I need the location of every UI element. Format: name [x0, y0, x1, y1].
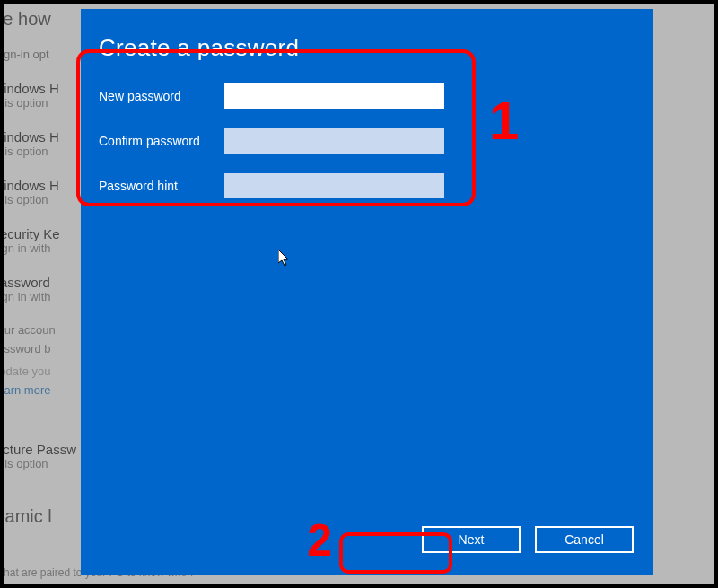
confirm-password-input[interactable] — [224, 128, 444, 154]
dialog-title: Create a password — [99, 34, 635, 62]
text-cursor-icon — [311, 81, 311, 97]
password-hint-label: Password hint — [99, 179, 224, 193]
new-password-input[interactable] — [224, 83, 444, 109]
dialog-buttons: Next Cancel — [422, 526, 634, 553]
password-hint-input[interactable] — [224, 173, 444, 198]
confirm-password-label: Confirm password — [99, 134, 224, 148]
annotation-label-1: 1 — [489, 90, 519, 152]
new-password-label: New password — [99, 89, 224, 103]
annotation-label-2: 2 — [307, 514, 332, 566]
row-password-hint: Password hint — [99, 173, 635, 198]
row-new-password: New password — [99, 83, 635, 109]
row-confirm-password: Confirm password — [99, 128, 635, 154]
create-password-dialog: Create a password New password Confirm p… — [81, 9, 653, 575]
next-button[interactable]: Next — [422, 526, 521, 553]
cancel-button[interactable]: Cancel — [535, 526, 634, 553]
